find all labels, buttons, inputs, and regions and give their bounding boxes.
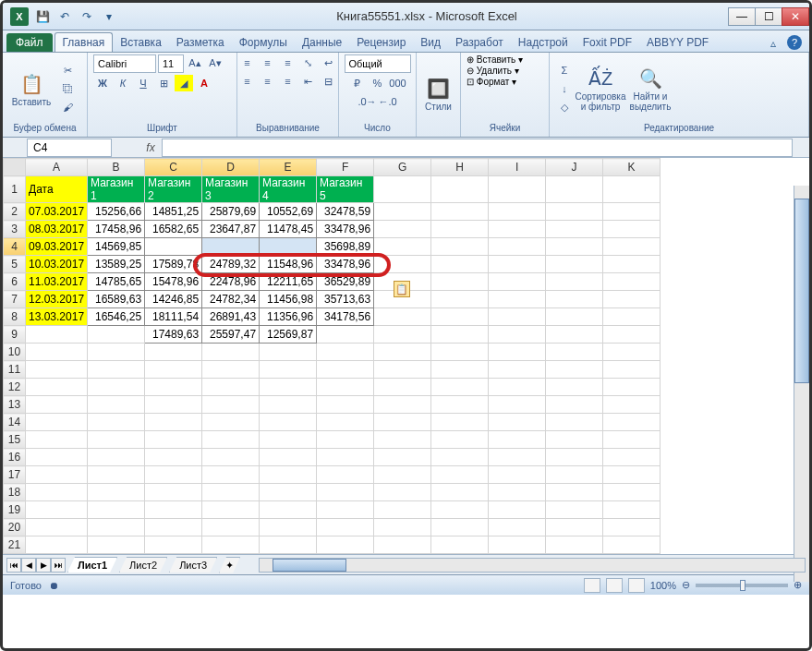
cell-J13[interactable] xyxy=(546,396,603,414)
cell-C17[interactable] xyxy=(145,466,202,484)
merge-icon[interactable]: ⊟ xyxy=(320,73,338,90)
cell-H12[interactable] xyxy=(431,379,489,396)
cell-C2[interactable]: 14851,25 xyxy=(145,203,202,221)
tab-data[interactable]: Данные xyxy=(295,33,349,52)
cell-B10[interactable] xyxy=(88,344,145,361)
cell-I20[interactable] xyxy=(489,519,546,536)
cell-D19[interactable] xyxy=(202,501,260,519)
cell-D3[interactable]: 23647,87 xyxy=(202,221,260,238)
find-select-button[interactable]: 🔍 Найти и выделить xyxy=(627,66,673,112)
row-header-9[interactable]: 9 xyxy=(4,326,26,344)
cell-K20[interactable] xyxy=(603,519,661,536)
cell-J5[interactable] xyxy=(546,256,603,273)
tab-insert[interactable]: Вставка xyxy=(113,33,169,52)
cell-E16[interactable] xyxy=(260,449,317,466)
cell-G18[interactable] xyxy=(374,484,431,501)
cell-C19[interactable] xyxy=(145,501,202,519)
paste-options-icon[interactable]: 📋 xyxy=(394,281,410,297)
cell-B8[interactable]: 16546,25 xyxy=(88,308,145,326)
sheet-tab-1[interactable]: Лист1 xyxy=(67,557,117,573)
cell-F12[interactable] xyxy=(317,379,374,396)
grow-font-icon[interactable]: A▴ xyxy=(186,54,204,71)
cells-insert-button[interactable]: ⊕ Вставить ▾ xyxy=(467,54,523,65)
cells-format-button[interactable]: ⊡ Формат ▾ xyxy=(467,77,516,87)
cell-B3[interactable]: 17458,96 xyxy=(88,221,145,238)
cell-E10[interactable] xyxy=(260,344,317,361)
cell-E20[interactable] xyxy=(260,519,317,536)
cell-G13[interactable] xyxy=(374,396,431,414)
help-icon[interactable]: ? xyxy=(787,35,802,50)
cell-F6[interactable]: 36529,89 xyxy=(317,273,374,291)
border-icon[interactable]: ⊞ xyxy=(154,75,173,91)
cell-G4[interactable] xyxy=(374,238,431,256)
cell-I2[interactable] xyxy=(489,203,546,221)
cell-A7[interactable]: 12.03.2017 xyxy=(26,291,88,308)
sheet-nav-last-icon[interactable]: ⏭ xyxy=(51,558,66,573)
cell-K11[interactable] xyxy=(603,361,661,379)
cell-F21[interactable] xyxy=(317,536,374,554)
copy-icon[interactable]: ⿻ xyxy=(58,80,77,97)
row-header-10[interactable]: 10 xyxy=(4,344,26,361)
cell-G19[interactable] xyxy=(374,501,431,519)
cell-E5[interactable]: 11548,96 xyxy=(260,256,317,273)
cell-F14[interactable] xyxy=(317,414,374,431)
macro-record-icon[interactable]: ⏺ xyxy=(49,580,59,591)
row-header-4[interactable]: 4 xyxy=(4,238,26,256)
cell-K3[interactable] xyxy=(603,221,661,238)
cell-K8[interactable] xyxy=(603,308,661,326)
cell-I13[interactable] xyxy=(489,396,546,414)
col-header-C[interactable]: C xyxy=(145,159,202,176)
cell-I12[interactable] xyxy=(489,379,546,396)
col-header-I[interactable]: I xyxy=(489,159,546,176)
decrease-decimal-icon[interactable]: ←.0 xyxy=(379,93,397,110)
row-header-15[interactable]: 15 xyxy=(4,431,26,449)
cell-D16[interactable] xyxy=(202,449,260,466)
zoom-slider[interactable] xyxy=(696,584,788,587)
maximize-button[interactable]: ☐ xyxy=(755,7,782,26)
cell-A8[interactable]: 13.03.2017 xyxy=(26,308,88,326)
cell-E13[interactable] xyxy=(260,396,317,414)
cell-I19[interactable] xyxy=(489,501,546,519)
cell-H16[interactable] xyxy=(431,449,489,466)
col-header-J[interactable]: J xyxy=(546,159,603,176)
cell-D10[interactable] xyxy=(202,344,260,361)
cell-I16[interactable] xyxy=(489,449,546,466)
cell-B12[interactable] xyxy=(88,379,145,396)
col-header-G[interactable]: G xyxy=(374,159,431,176)
align-middle-icon[interactable]: ≡ xyxy=(259,54,277,71)
cell-B16[interactable] xyxy=(88,449,145,466)
cell-A16[interactable] xyxy=(26,449,88,466)
row-header-8[interactable]: 8 xyxy=(4,308,26,326)
cell-H11[interactable] xyxy=(431,361,489,379)
cell-I8[interactable] xyxy=(489,308,546,326)
cell-B11[interactable] xyxy=(88,361,145,379)
undo-icon[interactable]: ↶ xyxy=(56,8,73,25)
tab-home[interactable]: Главная xyxy=(55,32,114,52)
cell-K18[interactable] xyxy=(603,484,661,501)
cell-C12[interactable] xyxy=(145,379,202,396)
tab-addins[interactable]: Надстрой xyxy=(511,33,576,52)
fill-icon[interactable]: ↓ xyxy=(555,80,574,97)
font-name-combo[interactable]: Calibri xyxy=(93,54,156,73)
cell-K12[interactable] xyxy=(603,379,661,396)
cell-J17[interactable] xyxy=(546,466,603,484)
tab-foxit[interactable]: Foxit PDF xyxy=(576,33,639,52)
cell-C15[interactable] xyxy=(145,431,202,449)
cell-E18[interactable] xyxy=(260,484,317,501)
cell-H19[interactable] xyxy=(431,501,489,519)
cell-H9[interactable] xyxy=(431,326,489,344)
sheet-tab-2[interactable]: Лист2 xyxy=(119,557,167,573)
cell-G8[interactable] xyxy=(374,308,431,326)
cell-B5[interactable]: 13589,25 xyxy=(88,256,145,273)
cell-J2[interactable] xyxy=(546,203,603,221)
cell-A12[interactable] xyxy=(26,379,88,396)
cell-E7[interactable]: 11456,98 xyxy=(260,291,317,308)
cell-H6[interactable] xyxy=(431,273,489,291)
cell-J18[interactable] xyxy=(546,484,603,501)
row-header-2[interactable]: 2 xyxy=(4,203,26,221)
cell-G5[interactable] xyxy=(374,256,431,273)
cell-F17[interactable] xyxy=(317,466,374,484)
cell-C14[interactable] xyxy=(145,414,202,431)
cell-I5[interactable] xyxy=(489,256,546,273)
cell-A4[interactable]: 09.03.2017 xyxy=(26,238,88,256)
